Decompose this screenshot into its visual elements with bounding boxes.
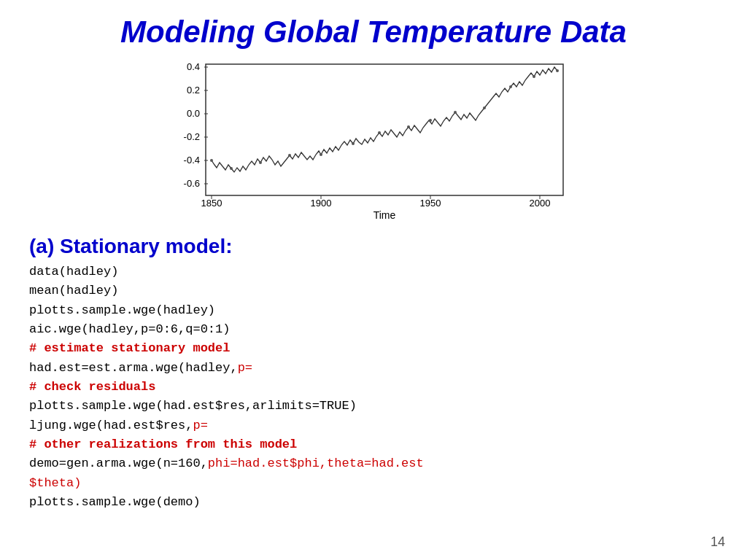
svg-text:0.2: 0.2	[187, 85, 200, 96]
chart-area: 0.4 0.2 0.0 -0.2 -0.4 -0.6	[162, 57, 585, 225]
code-red-theta: $theta)	[29, 476, 81, 490]
code-line-8: plotts.sample.wge(had.est$res,arlimits=T…	[29, 397, 718, 416]
page-number: 14	[711, 534, 725, 550]
data-point	[210, 159, 213, 162]
slide-title: Modeling Global Temperature Data	[29, 15, 718, 50]
code-text: plotts.sample.wge(demo)	[29, 495, 201, 509]
code-comment-other: # other realizations from this model	[29, 438, 297, 451]
svg-rect-0	[206, 64, 563, 195]
data-point	[556, 69, 559, 72]
svg-text:1900: 1900	[311, 198, 332, 209]
code-red-p: p=	[238, 361, 252, 375]
data-point	[352, 142, 355, 145]
data-point	[454, 111, 457, 114]
svg-text:-0.2: -0.2	[184, 131, 200, 142]
code-line-6: had.est=est.arma.wge(hadley,p=	[29, 359, 718, 378]
data-point	[533, 75, 535, 78]
code-line-13: plotts.sample.wge(demo)	[29, 493, 718, 512]
temperature-chart: 0.4 0.2 0.0 -0.2 -0.4 -0.6	[162, 57, 585, 225]
svg-text:1850: 1850	[201, 198, 222, 209]
data-point	[429, 119, 432, 122]
code-line-11: demo=gen.arma.wge(n=160,phi=had.est$phi,…	[29, 454, 718, 473]
svg-text:0.0: 0.0	[187, 108, 200, 119]
code-text: data(hadley)	[29, 265, 118, 279]
code-line-12: $theta)	[29, 474, 718, 493]
data-point	[378, 131, 381, 134]
svg-text:2000: 2000	[530, 198, 551, 209]
code-text: plotts.sample.wge(hadley)	[29, 303, 215, 317]
svg-text:0.4: 0.4	[187, 61, 200, 72]
code-comment-estimate: # estimate stationary model	[29, 341, 230, 355]
code-line-5: # estimate stationary model	[29, 339, 718, 358]
section-heading: (a) Stationary model:	[29, 235, 718, 258]
code-line-1: data(hadley)	[29, 262, 718, 281]
code-text: plotts.sample.wge(had.est$res,arlimits=T…	[29, 399, 357, 413]
code-text-pre: demo=gen.arma.wge(n=160,	[29, 456, 208, 470]
code-text-pre: had.est=est.arma.wge(hadley,	[29, 361, 238, 375]
code-text: mean(hadley)	[29, 284, 118, 298]
svg-text:1950: 1950	[420, 198, 441, 209]
code-text-pre: ljung.wge(had.est$res,	[29, 419, 193, 432]
svg-text:-0.6: -0.6	[184, 178, 200, 189]
data-point	[259, 161, 262, 164]
data-point	[483, 106, 486, 109]
data-point	[288, 154, 291, 157]
data-point	[320, 153, 322, 156]
code-line-4: aic.wge(hadley,p=0:6,q=0:1)	[29, 320, 718, 339]
slide: Modeling Global Temperature Data 0.4 0.2…	[0, 0, 747, 560]
code-block: data(hadley) mean(hadley) plotts.sample.…	[29, 262, 718, 512]
code-line-7: # check residuals	[29, 378, 718, 397]
code-comment-check: # check residuals	[29, 380, 155, 394]
code-text: aic.wge(hadley,p=0:6,q=0:1)	[29, 322, 230, 336]
code-red-phi: phi=had.est$phi,theta=had.est	[208, 456, 424, 470]
data-point	[407, 125, 410, 128]
code-line-2: mean(hadley)	[29, 281, 718, 300]
code-line-3: plotts.sample.wge(hadley)	[29, 301, 718, 320]
svg-text:-0.4: -0.4	[184, 155, 200, 166]
data-point	[230, 167, 233, 170]
data-point	[509, 85, 512, 88]
code-line-10: # other realizations from this model	[29, 435, 718, 454]
code-red-p2: p=	[193, 419, 207, 432]
svg-text:Time: Time	[374, 209, 396, 221]
code-line-9: ljung.wge(had.est$res,p=	[29, 416, 718, 435]
chart-container: 0.4 0.2 0.0 -0.2 -0.4 -0.6	[29, 57, 718, 225]
